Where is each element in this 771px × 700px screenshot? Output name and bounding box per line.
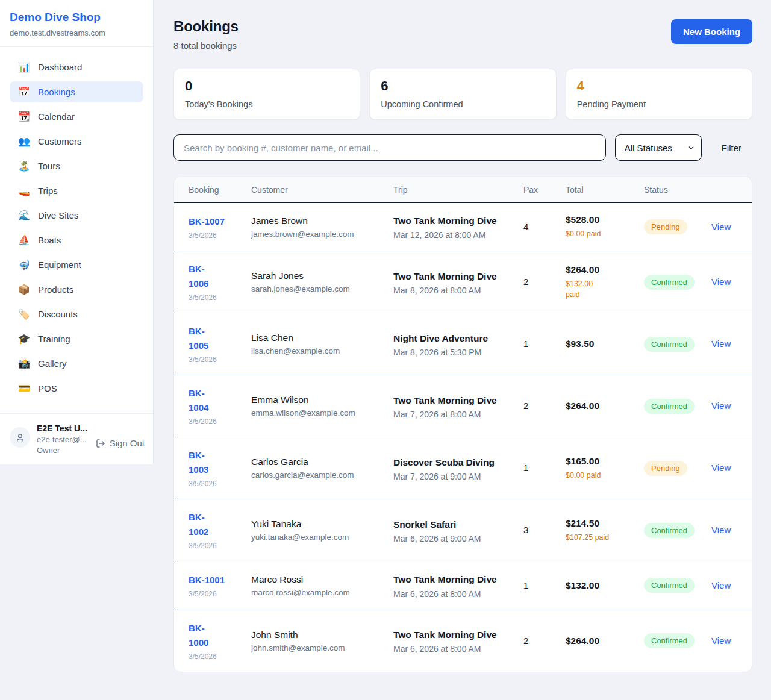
view-link[interactable]: View [711,525,731,535]
sidebar-item-label: Bookings [38,87,75,97]
table-header-row: Booking Customer Trip Pax Total Status [174,177,752,203]
sidebar-item-label: Calendar [38,111,75,122]
page-title-block: Bookings 8 total bookings [173,18,239,51]
sidebar-item-calendar[interactable]: 📆 Calendar [10,106,143,127]
sidebar-item-label: Discounts [38,309,78,319]
view-link[interactable]: View [711,463,731,473]
wave-icon: 🌊 [18,211,30,220]
total-amount: $264.00 [566,401,629,411]
sidebar: Demo Dive Shop demo.test.divestreams.com… [0,0,154,464]
booking-id-link[interactable]: BK-1006 [189,262,222,291]
stat-value: 6 [381,78,545,94]
trip-datetime: Mar 8, 2026 at 8:00 AM [393,286,509,295]
stat-card: 4 Pending Payment [566,69,752,120]
sidebar-item-dashboard[interactable]: 📊 Dashboard [10,57,143,78]
stat-value: 0 [185,78,349,94]
booking-id-link[interactable]: BK-1005 [189,324,222,353]
filter-button[interactable]: Filter [711,143,752,153]
sidebar-item-bookings[interactable]: 📅 Bookings [10,81,143,102]
booking-id-link[interactable]: BK-1002 [189,510,222,539]
booking-date: 3/5/2026 [189,355,237,364]
calendar-icon: 📅 [18,87,30,97]
table-row: BK-1000 3/5/2026 John Smith john.smith@e… [174,610,752,672]
stat-card: 6 Upcoming Confirmed [369,69,556,120]
col-header-customer: Customer [244,177,386,203]
total-amount: $528.00 [566,214,629,225]
speedboat-icon: 🚤 [18,186,30,196]
sidebar-item-trips[interactable]: 🚤 Trips [10,180,143,201]
booking-id-link[interactable]: BK-1000 [189,621,222,650]
view-link[interactable]: View [711,222,731,232]
pax-count: 1 [523,339,528,349]
camera-icon: 📸 [18,359,30,369]
booking-id-link[interactable]: BK-1007 [189,214,225,229]
view-link[interactable]: View [711,339,731,349]
pax-count: 3 [523,525,528,535]
total-amount: $165.00 [566,456,629,467]
sidebar-item-pos[interactable]: 💳 POS [10,378,143,399]
total-amount: $132.00 [566,580,629,591]
sidebar-item-label: Boats [38,235,61,245]
status-badge: Confirmed [644,578,695,593]
stat-card: 0 Today's Bookings [173,69,360,120]
status-select-wrap: All Statuses [615,134,702,161]
total-amount: $264.00 [566,636,629,646]
user-email: e2e-tester@... [37,435,87,444]
customer-name: Yuki Tanaka [251,519,379,530]
page-title: Bookings [173,18,239,35]
customer-email: james.brown@example.com [251,230,379,239]
sidebar-item-discounts[interactable]: 🏷️ Discounts [10,304,143,325]
sidebar-nav: 📊 Dashboard 📅 Bookings 📆 Calendar 👥 Cust… [0,47,153,413]
view-link[interactable]: View [711,401,731,411]
sidebar-item-label: Products [38,284,73,295]
trip-datetime: Mar 7, 2026 at 9:00 AM [393,472,509,481]
table-row: BK-1005 3/5/2026 Lisa Chen lisa.chen@exa… [174,313,752,375]
status-filter-select[interactable]: All Statuses [616,135,701,160]
sidebar-item-customers[interactable]: 👥 Customers [10,131,143,152]
sidebar-item-boats[interactable]: ⛵ Boats [10,230,143,251]
search-input[interactable] [173,134,606,161]
status-badge: Confirmed [644,399,695,414]
trip-datetime: Mar 6, 2026 at 9:00 AM [393,534,509,543]
status-badge: Pending [644,219,687,234]
customer-name: Carlos Garcia [251,457,379,467]
booking-id-link[interactable]: BK-1003 [189,448,222,477]
status-badge: Pending [644,461,687,476]
booking-id-link[interactable]: BK-1004 [189,386,222,415]
sign-out-button[interactable]: Sign Out [96,438,145,448]
pax-count: 2 [523,401,528,411]
paid-amount: $0.00 paid [566,228,621,239]
sidebar-item-tours[interactable]: 🏝️ Tours [10,155,143,177]
booking-date: 3/5/2026 [189,542,237,550]
user-icon [15,433,25,443]
view-link[interactable]: View [711,277,731,287]
sidebar-item-dive-sites[interactable]: 🌊 Dive Sites [10,205,143,226]
col-header-status: Status [637,177,704,203]
sidebar-item-gallery[interactable]: 📸 Gallery [10,353,143,374]
view-link[interactable]: View [711,636,731,646]
view-link[interactable]: View [711,580,731,590]
package-icon: 📦 [18,285,30,295]
sidebar-item-label: Tours [38,161,60,171]
pax-count: 4 [523,222,528,232]
sidebar-item-label: POS [38,383,57,393]
booking-id-link[interactable]: BK-1001 [189,573,225,587]
table-row: BK-1003 3/5/2026 Carlos Garcia carlos.ga… [174,437,752,499]
booking-date: 3/5/2026 [189,417,237,426]
booking-date: 3/5/2026 [189,293,237,302]
filter-row: All Statuses Filter [173,134,752,161]
sidebar-item-products[interactable]: 📦 Products [10,279,143,300]
trip-name: Two Tank Morning Dive [393,572,497,586]
trip-datetime: Mar 7, 2026 at 8:00 AM [393,410,509,419]
table-row: BK-1007 3/5/2026 James Brown james.brown… [174,203,752,251]
sidebar-item-training[interactable]: 🎓 Training [10,328,143,349]
new-booking-button[interactable]: New Booking [671,19,752,44]
status-badge: Confirmed [644,275,695,290]
sidebar-item-label: Gallery [38,358,67,369]
booking-date: 3/5/2026 [189,590,237,598]
bar-chart-icon: 📊 [18,63,30,72]
table-row: BK-1004 3/5/2026 Emma Wilson emma.wilson… [174,375,752,437]
trip-datetime: Mar 6, 2026 at 8:00 AM [393,589,509,599]
sidebar-item-equipment[interactable]: 🤿 Equipment [10,254,143,275]
main-content: Bookings 8 total bookings New Booking 0 … [154,0,771,690]
